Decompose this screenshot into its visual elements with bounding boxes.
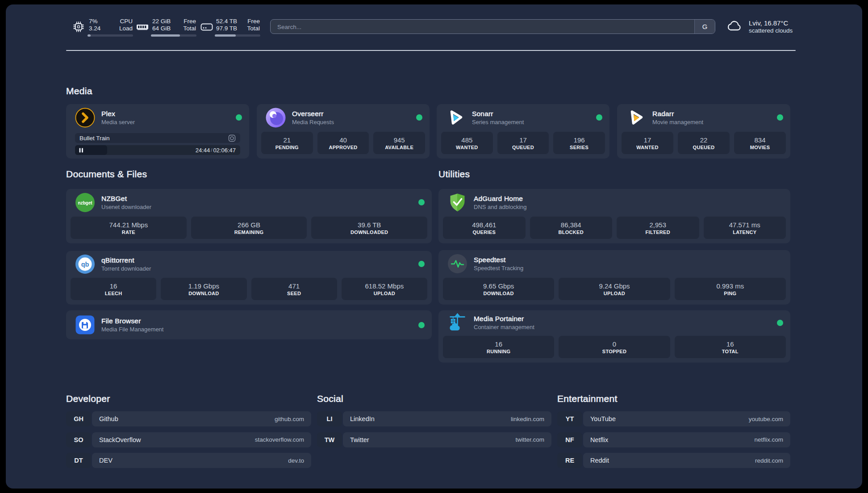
adguard-stats: 498,461QUERIES86,384BLOCKED2,953FILTERED…	[443, 217, 786, 239]
search-engine-button[interactable]: G	[694, 20, 715, 33]
stat-label: PING	[724, 291, 736, 296]
svg-text:qb: qb	[81, 261, 89, 268]
stat-label: BLOCKED	[559, 230, 584, 235]
bookmark-name: StackOverflow	[99, 436, 141, 443]
sonarr-stats: 485WANTED17QUEUED196SERIES	[441, 132, 605, 154]
stat-label: SERIES	[570, 145, 588, 150]
filebrowser-card[interactable]: File BrowserMedia File Management	[66, 310, 432, 339]
nzbget-title: NZBGet	[101, 194, 151, 203]
bookmark-link[interactable]: StackOverflowstackoverflow.com	[92, 432, 311, 447]
radarr-stat-queued: 22QUEUED	[678, 132, 730, 154]
now-playing-title: Bullet Train	[79, 135, 110, 142]
bookmark-link[interactable]: Redditreddit.com	[583, 453, 790, 468]
bookmark-link[interactable]: YouTubeyoutube.com	[583, 411, 790, 426]
bookmark-link[interactable]: Netflixnetflix.com	[583, 432, 790, 447]
stat-label: DOWNLOAD	[483, 291, 513, 296]
bookmark-name: DEV	[99, 457, 113, 464]
qbittorrent-stat-seed: 471SEED	[251, 278, 337, 300]
cpu-stat-value-top: 7%	[89, 18, 98, 25]
sonarr-card[interactable]: SonarrSeries management485WANTED17QUEUED…	[437, 104, 609, 159]
bookmark-link[interactable]: Twittertwitter.com	[343, 432, 551, 447]
bookmark-row-youtube[interactable]: YTYouTubeyoutube.com	[557, 411, 790, 426]
qbittorrent-card[interactable]: qbqBittorrentTorrent downloader16LEECH1.…	[66, 251, 432, 305]
bookmark-row-github[interactable]: GHGithubgithub.com	[66, 411, 311, 426]
nzbget-stat-downloaded: 39.6 TBDOWNLOADED	[311, 217, 427, 239]
portainer-status-dot	[777, 320, 783, 326]
plex-status-dot	[236, 114, 242, 121]
bookmark-row-linkedin[interactable]: LILinkedInlinkedin.com	[317, 411, 551, 426]
weather-widget: Lviv, 16.87°Cscattered clouds	[726, 19, 793, 34]
radarr-card[interactable]: RadarrMovie management17WANTED22QUEUED83…	[617, 104, 790, 159]
bookmark-row-netflix[interactable]: NFNetflixnetflix.com	[557, 432, 790, 447]
memory-stat-text: 22 GiBFree64 GiBTotal	[152, 18, 196, 32]
bookmark-link[interactable]: Githubgithub.com	[92, 411, 311, 426]
overseerr-card[interactable]: OverseerrMedia Requests21PENDING40APPROV…	[257, 104, 430, 159]
portainer-stat-stopped: 0STOPPED	[559, 336, 670, 358]
stat-label: TOTAL	[722, 349, 739, 354]
stat-value: 16	[726, 340, 734, 348]
now-playing-bar: Bullet Train	[75, 133, 240, 143]
playback-progress-bar[interactable]: 24:44/02:06:47	[75, 145, 240, 155]
adguard-icon	[447, 192, 467, 213]
bookmark-row-twitter[interactable]: TWTwittertwitter.com	[317, 432, 551, 447]
stat-label: AVAILABLE	[385, 145, 413, 150]
stat-label: WANTED	[456, 145, 478, 150]
portainer-card[interactable]: Media PortainerContainer management16RUN…	[438, 310, 790, 363]
stat-label: SEED	[287, 291, 301, 296]
search-input[interactable]: Search...G	[270, 19, 715, 34]
playback-played	[75, 145, 107, 155]
stat-label: RATE	[122, 230, 135, 235]
bookmark-abbr: GH	[66, 411, 91, 426]
stat-value: 17	[644, 136, 651, 144]
bookmark-url: youtube.com	[749, 416, 783, 422]
cpu-icon	[73, 21, 84, 34]
disk-stat-progress-fill	[215, 34, 236, 37]
nzbget-card[interactable]: nzbgetNZBGetUsenet downloader744.21 Mbps…	[66, 189, 432, 243]
portainer-title: Media Portainer	[474, 314, 534, 323]
portainer-header: Media PortainerContainer management	[447, 310, 783, 335]
disk-stat: 52.4 TBFree97.9 TBTotal	[200, 15, 263, 38]
qbittorrent-header: qbqBittorrentTorrent downloader	[75, 251, 425, 277]
stat-value: 47.571 ms	[729, 221, 760, 229]
ram-icon	[136, 21, 149, 34]
search-placeholder: Search...	[277, 23, 301, 30]
overseerr-icon	[266, 108, 286, 128]
sonarr-subtitle: Series management	[472, 119, 524, 126]
adguard-stat-latency: 47.571 msLATENCY	[704, 217, 786, 239]
bookmark-row-dev[interactable]: DTDEVdev.to	[66, 453, 311, 468]
disk-stat-label-top: Free	[247, 18, 260, 25]
stat-value: 485	[461, 136, 472, 144]
bookmark-link[interactable]: DEVdev.to	[92, 453, 311, 468]
filebrowser-icon	[75, 315, 95, 335]
speedtest-stat-ping: 0.993 msPING	[675, 278, 786, 300]
disk-icon	[200, 21, 213, 34]
radarr-stat-movies: 834MOVIES	[734, 132, 786, 154]
speedtest-card[interactable]: SpeedtestSpeedtest Tracking9.65 GbpsDOWN…	[438, 250, 790, 305]
speedtest-icon	[447, 254, 467, 274]
stat-value: 17	[519, 136, 527, 144]
adguard-subtitle: DNS and adblocking	[474, 204, 527, 211]
stat-label: UPLOAD	[604, 291, 625, 296]
plex-subtitle: Media server	[101, 119, 135, 126]
stat-label: WANTED	[636, 145, 658, 150]
plex-card[interactable]: PlexMedia serverBullet Train24:44/02:06:…	[66, 104, 249, 159]
bookmark-abbr: DT	[66, 453, 91, 468]
bookmark-url: dev.to	[288, 457, 304, 464]
bookmark-row-reddit[interactable]: RERedditreddit.com	[557, 453, 790, 468]
bookmark-row-stackoverflow[interactable]: SOStackOverflowstackoverflow.com	[66, 432, 311, 447]
portainer-stats: 16RUNNING0STOPPED16TOTAL	[443, 336, 786, 358]
plex-title: Plex	[101, 109, 135, 118]
playback-duration: 02:06:47	[213, 147, 236, 154]
bookmark-link[interactable]: LinkedInlinkedin.com	[343, 411, 551, 426]
stat-value: 1.19 Gbps	[188, 282, 219, 290]
stat-label: QUEUED	[693, 145, 715, 150]
cpu-stat-label-top: CPU	[120, 18, 133, 25]
adguard-card[interactable]: AdGuard HomeDNS and adblocking498,461QUE…	[438, 189, 790, 243]
stat-value: 16	[110, 282, 117, 290]
speedtest-stat-upload: 9.24 GbpsUPLOAD	[559, 278, 670, 300]
header-divider	[66, 50, 796, 51]
bookmark-abbr: SO	[66, 432, 91, 447]
plex-icon	[75, 108, 95, 128]
overseerr-stat-pending: 21PENDING	[261, 132, 313, 154]
filebrowser-status-dot	[418, 322, 425, 328]
